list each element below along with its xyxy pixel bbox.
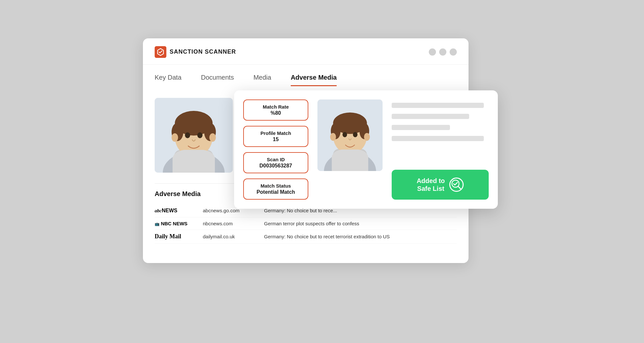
person-photo-main [155, 98, 233, 173]
magnifier-check-icon [451, 179, 462, 191]
close-btn[interactable] [450, 48, 457, 56]
badge-scan-id: Scan ID D0030563287 [243, 152, 308, 173]
badge-profile-match: Profile Match 15 [243, 126, 308, 147]
overlay-person-photo [317, 99, 383, 171]
tabs-bar: Key Data Documents Media Adverse Media [143, 65, 469, 86]
abc-news-logo: abcNEWS [155, 207, 194, 214]
daily-mail-headline: Germany: No choice but to recet terroris… [264, 234, 390, 239]
abc-news-headline: Germany: No choice but to rece... [264, 208, 337, 213]
nbc-news-logo: 📺 NBC NEWS [155, 221, 194, 226]
overlay-card: Match Rate %80 Profile Match 15 Scan ID … [234, 90, 498, 209]
safe-list-button[interactable]: Added to Safe List [392, 170, 489, 200]
daily-mail-logo: Daily Mail [155, 233, 194, 240]
svg-point-10 [185, 132, 190, 138]
placeholder-line-1 [392, 103, 484, 108]
card-header: SANCTION SCANNER [143, 38, 469, 65]
badge-match-rate: Match Rate %80 [243, 99, 308, 121]
nbc-news-headline: German terror plot suspects offer to con… [264, 221, 359, 226]
news-row-nbc: 📺 NBC NEWS nbcnews.com German terror plo… [155, 218, 457, 230]
placeholder-line-4 [392, 136, 484, 141]
tab-key-data[interactable]: Key Data [155, 74, 181, 86]
badge-match-status: Match Status Potential Match [243, 178, 308, 200]
minimize-btn[interactable] [429, 48, 436, 56]
maximize-btn[interactable] [439, 48, 446, 56]
placeholder-line-2 [392, 114, 469, 119]
svg-point-19 [330, 133, 336, 141]
scene: SANCTION SCANNER Key Data Documents Medi… [143, 38, 501, 305]
tab-documents[interactable]: Documents [201, 74, 234, 86]
svg-point-9 [209, 133, 216, 142]
daily-mail-url: dailymail.co.uk [203, 234, 255, 239]
overlay-badges: Match Rate %80 Profile Match 15 Scan ID … [243, 99, 308, 200]
svg-point-21 [343, 132, 347, 137]
svg-point-8 [172, 133, 178, 142]
person-illustration-main [155, 98, 233, 173]
svg-point-20 [364, 133, 370, 141]
news-row-dm: Daily Mail dailymail.co.uk Germany: No c… [155, 230, 457, 244]
overlay-right-panel: Added to Safe List [392, 99, 489, 200]
window-controls [429, 48, 457, 56]
tab-media[interactable]: Media [253, 74, 271, 86]
safe-list-btn-text: Added to Safe List [417, 177, 445, 192]
logo-text: SANCTION SCANNER [170, 48, 236, 55]
svg-point-22 [353, 132, 357, 137]
logo-icon [155, 46, 166, 58]
logo-area: SANCTION SCANNER [155, 46, 236, 58]
svg-point-11 [197, 132, 203, 138]
placeholder-line-3 [392, 125, 450, 130]
tab-adverse-media[interactable]: Adverse Media [291, 74, 337, 86]
abc-news-url: abcnews.go.com [203, 208, 255, 213]
nbc-news-url: nbcnews.com [203, 221, 255, 226]
svg-line-24 [458, 186, 461, 189]
overlay-person-illustration [317, 99, 383, 171]
safe-list-check-icon [449, 178, 464, 192]
